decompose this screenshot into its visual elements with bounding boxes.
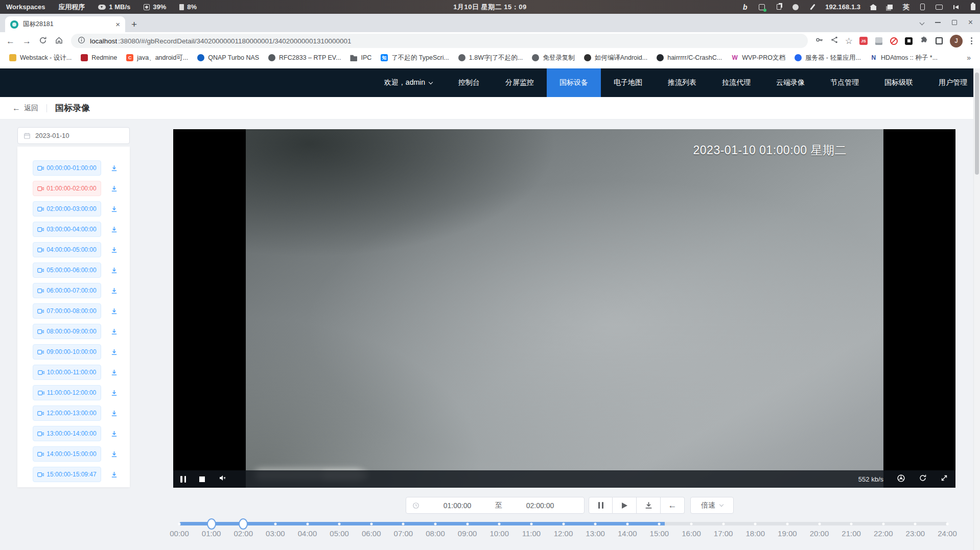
back-arrow-icon[interactable]: ←	[12, 104, 20, 113]
bookmark-item[interactable]: W WVP-PRO文档	[727, 52, 789, 64]
recording-clip-button[interactable]: 07:00:00-08:00:00	[33, 303, 101, 319]
color-picker-tray-icon[interactable]	[808, 3, 816, 11]
nav-tab[interactable]: 分屏监控	[493, 68, 547, 97]
bookmark-item[interactable]: IPC	[346, 52, 376, 64]
ip-address[interactable]: 192.168.1.3	[825, 3, 860, 11]
clock[interactable]: 1月10日 星期二 15：09	[453, 3, 526, 12]
nav-tab[interactable]: 电子地图	[601, 68, 655, 97]
download-icon[interactable]	[110, 328, 118, 336]
extension-blocker-icon[interactable]	[890, 37, 898, 45]
recording-clip-button[interactable]: 00:00:00-01:00:00	[33, 160, 101, 176]
extensions-puzzle-icon[interactable]	[919, 36, 928, 46]
start-time-value[interactable]: 01:00:00	[419, 501, 495, 510]
bookmarks-overflow-chevron[interactable]: »	[967, 54, 975, 62]
extension-doc-icon[interactable]	[874, 37, 883, 45]
password-key-icon[interactable]	[815, 36, 824, 46]
recording-clip-button[interactable]: 02:00:00-03:00:00	[33, 201, 101, 217]
window-close-button[interactable]: ×	[968, 18, 973, 27]
recording-clip-button[interactable]: 03:00:00-04:00:00	[33, 222, 101, 237]
volume-icon[interactable]	[952, 3, 960, 11]
player-mute-icon[interactable]	[218, 474, 227, 484]
new-tab-button[interactable]: +	[131, 19, 137, 29]
window-maximize-button[interactable]	[952, 20, 957, 25]
download-icon[interactable]	[110, 389, 118, 397]
video-player[interactable]: 2023-01-10 01:00:00 星期二 552 kb/s	[173, 129, 955, 488]
notes-tray-icon[interactable]	[758, 3, 766, 11]
window-minimize-button[interactable]	[935, 22, 941, 23]
recording-clip-button[interactable]: 05:00:00-06:00:00	[33, 262, 101, 278]
page-scrollbar[interactable]	[973, 68, 980, 550]
bookmark-item[interactable]: N HDAtmos :: 种子 *...	[866, 52, 942, 64]
recording-clip-button[interactable]: 15:00:00-15:09:47	[33, 467, 101, 482]
download-icon[interactable]	[110, 246, 118, 254]
snapshot-shutter-icon[interactable]	[897, 474, 905, 485]
bookmark-item[interactable]: hairrrrr/C-CrashC...	[652, 52, 726, 64]
recording-clip-button[interactable]: 08:00:00-09:00:00	[33, 324, 101, 339]
extension-js-icon[interactable]: JS	[859, 37, 868, 45]
download-icon[interactable]	[110, 450, 118, 458]
window-menu-chevron-icon[interactable]	[919, 20, 924, 25]
bookmark-item[interactable]: Webstack - 设计...	[5, 52, 76, 64]
address-bar[interactable]: localhost:38080/#/gbRecordDetail/3402000…	[71, 34, 808, 48]
recording-clip-button[interactable]: 09:00:00-10:00:00	[33, 344, 101, 360]
bookmark-item[interactable]: Redmine	[77, 52, 121, 64]
share-icon[interactable]	[830, 36, 838, 46]
download-icon[interactable]	[110, 267, 118, 274]
pause-button[interactable]	[589, 497, 613, 514]
nav-tab[interactable]: 用户管理	[926, 68, 980, 97]
download-icon[interactable]	[110, 205, 118, 213]
player-stop-button[interactable]	[199, 476, 205, 482]
nav-tab[interactable]: 国标设备	[547, 68, 601, 97]
back-button[interactable]: 返回	[24, 104, 38, 113]
download-icon[interactable]	[110, 226, 118, 233]
timeline-track[interactable]	[179, 522, 947, 525]
window-stack-icon[interactable]	[886, 3, 894, 11]
recording-clip-button[interactable]: 14:00:00-15:00:00	[33, 446, 101, 462]
scrollbar-thumb[interactable]	[975, 73, 979, 175]
bookmark-item[interactable]: QNAP Turbo NAS	[193, 52, 263, 64]
download-icon[interactable]	[110, 185, 118, 193]
browser-menu-icon[interactable]	[969, 37, 974, 44]
nav-tab[interactable]: 控制台	[446, 68, 493, 97]
download-icon[interactable]	[110, 164, 118, 172]
nav-tab[interactable]: 国标级联	[872, 68, 926, 97]
bing-tray-icon[interactable]: b	[741, 3, 749, 11]
nav-tab[interactable]: 拉流代理	[709, 68, 763, 97]
player-refresh-icon[interactable]	[919, 474, 927, 484]
bookmark-item[interactable]: 知 了不起的 TypeScri...	[377, 52, 453, 64]
timeline-handle[interactable]	[207, 518, 216, 530]
time-range-input[interactable]: 01:00:00 至 02:00:00	[406, 497, 585, 514]
recording-clip-button[interactable]: 10:00:00-11:00:00	[33, 365, 101, 380]
recording-clip-button[interactable]: 13:00:00-14:00:00	[33, 426, 101, 441]
nav-tab[interactable]: 节点管理	[818, 68, 872, 97]
recording-clip-button[interactable]: 06:00:00-07:00:00	[33, 283, 101, 298]
bookmark-item[interactable]: 1.8W字|了不起的...	[454, 52, 527, 64]
recording-clip-button[interactable]: 12:00:00-13:00:00	[33, 405, 101, 421]
download-icon[interactable]	[110, 430, 118, 438]
bookmark-item[interactable]: RFC2833 – RTP EV...	[264, 52, 345, 64]
input-method-indicator[interactable]: 英	[903, 3, 909, 12]
download-icon[interactable]	[110, 307, 118, 315]
download-icon[interactable]	[110, 348, 118, 356]
fullscreen-icon[interactable]	[940, 474, 948, 484]
recording-clip-button[interactable]: 04:00:00-05:00:00	[33, 242, 101, 257]
end-time-value[interactable]: 02:00:00	[502, 501, 578, 510]
extension-recorder-icon[interactable]	[905, 37, 913, 45]
bookmark-item[interactable]: 如何编译Android...	[580, 52, 652, 64]
download-icon[interactable]	[110, 410, 118, 417]
workspaces-button[interactable]: Workspaces	[6, 3, 45, 11]
timeline-handle[interactable]	[239, 518, 248, 530]
user-menu[interactable]: 欢迎，admin	[384, 78, 432, 87]
bookmark-item[interactable]: C java、android可...	[122, 52, 192, 64]
browser-tab[interactable]: 国标28181 ×	[5, 16, 125, 32]
browser-reload-button[interactable]	[39, 36, 47, 46]
tab-frame-icon[interactable]	[935, 37, 943, 45]
player-pause-button[interactable]	[180, 476, 186, 483]
site-info-icon[interactable]	[78, 36, 85, 45]
nav-tab[interactable]: 云端录像	[763, 68, 818, 97]
coffee-tray-icon[interactable]	[791, 3, 800, 11]
download-icon[interactable]	[110, 369, 118, 376]
play-button[interactable]	[613, 497, 637, 514]
download-icon[interactable]	[110, 471, 118, 479]
profile-avatar[interactable]: J	[950, 35, 963, 47]
